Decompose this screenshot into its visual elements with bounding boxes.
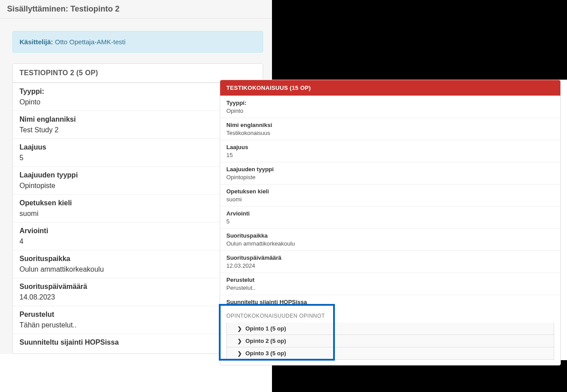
field-label: Perustelut <box>226 277 554 283</box>
field-value: Oulun ammattikorkeakoulu <box>226 240 554 247</box>
opinnot-subsection-title: OPINTOKOKONAISUUDEN OPINNOT <box>226 310 554 323</box>
field-value: Perustelut.. <box>226 284 554 291</box>
field-label: Suorituspäivämäärä <box>226 254 554 261</box>
handler-name: Otto Opettaja-AMK-testi <box>55 38 125 46</box>
opinto-row[interactable]: ❯ Opinto 2 (5 op) <box>226 335 554 347</box>
field-label: Laajuus <box>226 144 554 150</box>
right-field-laajuuden-tyyppi: Laajuuden tyyppi Opintopiste <box>220 162 560 184</box>
field-label: Tyyppi: <box>226 100 554 106</box>
handler-label: Käsittelijä: <box>19 38 53 46</box>
field-value: 12.03.2024 <box>226 262 554 269</box>
right-field-opetuksen-kieli: Opetuksen kieli suomi <box>220 184 560 206</box>
field-value: 15 <box>226 152 554 158</box>
right-field-nimi-englanniksi: Nimi englanniksi Testikokonaisuus <box>220 118 560 140</box>
field-label: Laajuuden tyyppi <box>226 166 554 173</box>
field-value: Opinto <box>226 108 554 114</box>
right-details-card: TESTIKOKONAISUUS (15 OP) Tyyppi: Opinto … <box>220 80 561 365</box>
field-value: Testikokonaisuus <box>226 130 554 136</box>
right-field-arviointi: Arviointi 5 <box>220 206 560 228</box>
opinto-row[interactable]: ❯ Opinto 3 (5 op) <box>226 347 554 360</box>
opinto-label: Opinto 1 (5 op) <box>245 325 286 332</box>
right-field-suorituspaikka: Suorituspaikka Oulun ammattikorkeakoulu <box>220 228 560 250</box>
field-label: Suorituspaikka <box>226 232 554 239</box>
black-background-top <box>272 0 567 80</box>
right-field-perustelut: Perustelut Perustelut.. <box>220 273 560 295</box>
page-title-prefix: Sisällyttäminen: <box>7 4 70 13</box>
field-value: suomi <box>226 196 554 203</box>
opinto-label: Opinto 2 (5 op) <box>245 338 286 344</box>
field-label: Nimi englanniksi <box>226 122 554 128</box>
right-field-laajuus: Laajuus 15 <box>220 140 560 162</box>
handler-alert: Käsittelijä: Otto Opettaja-AMK-testi <box>12 31 263 53</box>
right-field-tyyppi: Tyyppi: Opinto <box>220 96 560 118</box>
chevron-right-icon: ❯ <box>237 326 242 332</box>
field-value: 5 <box>226 218 554 225</box>
right-field-suorituspaivamaara: Suorituspäivämäärä 12.03.2024 <box>220 250 560 273</box>
page-title-name: Testiopinto 2 <box>70 4 120 13</box>
field-value: Opintopiste <box>226 174 554 181</box>
chevron-right-icon: ❯ <box>237 350 242 357</box>
opinto-row[interactable]: ❯ Opinto 1 (5 op) <box>226 323 554 335</box>
field-label: Suunniteltu sijainti HOPSissa <box>226 299 554 305</box>
chevron-right-icon: ❯ <box>237 338 242 344</box>
opinnot-subsection: OPINTOKOKONAISUUDEN OPINNOT ❯ Opinto 1 (… <box>220 307 560 365</box>
right-card-header: TESTIKOKONAISUUS (15 OP) <box>220 80 560 96</box>
opinto-label: Opinto 3 (5 op) <box>245 350 286 357</box>
page-title: Sisällyttäminen: Testiopinto 2 <box>0 0 272 19</box>
field-label: Opetuksen kieli <box>226 188 554 195</box>
right-field-suunniteltu-sijainti: Suunniteltu sijainti HOPSissa <box>220 295 560 307</box>
field-label: Arviointi <box>226 210 554 217</box>
